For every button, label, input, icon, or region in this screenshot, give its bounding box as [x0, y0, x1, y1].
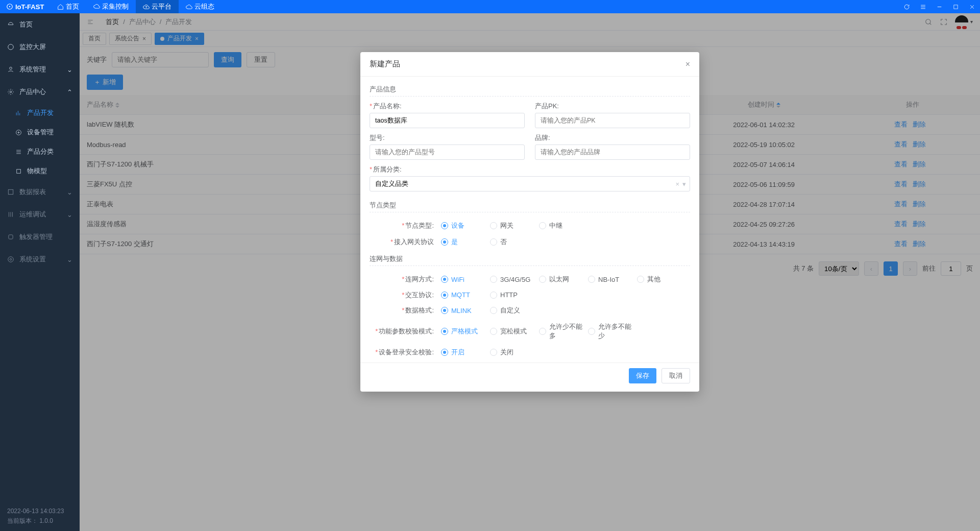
input-product-pk[interactable] — [535, 113, 690, 128]
sidebar-item-settings[interactable]: 系统设置 ⌄ — [0, 248, 80, 271]
chevron-down-icon: ⌄ — [67, 256, 72, 263]
sidebar-item-trigger[interactable]: 触发器管理 — [0, 226, 80, 248]
radio-option[interactable]: 设备 — [441, 220, 490, 232]
radio-dot-icon — [441, 276, 448, 283]
sidebar-item-device-mgmt[interactable]: 设备管理 — [0, 123, 80, 142]
trigger-icon — [7, 233, 14, 240]
radio-dot-icon — [539, 328, 546, 335]
sidebar-item-report[interactable]: 数据报表 ⌄ — [0, 181, 80, 203]
minimize-icon[interactable] — [931, 0, 947, 13]
sidebar-item-ops[interactable]: 运维调试 ⌄ — [0, 203, 80, 226]
cancel-button[interactable]: 取消 — [662, 368, 690, 383]
list-icon — [15, 149, 22, 155]
radio-option-label: 其他 — [647, 275, 660, 284]
sidebar-item-label: 产品开发 — [27, 109, 54, 117]
sidebar-item-label: 数据报表 — [19, 187, 46, 197]
radio-row-param_mode: *功能参数校验模式:严格模式宽松模式允许少不能多允许多不能少 — [370, 319, 690, 344]
radio-option[interactable]: MQTT — [441, 289, 490, 300]
radio-label: 连网方式: — [405, 275, 434, 283]
sidebar-item-product-dev[interactable]: 产品开发 — [0, 103, 80, 123]
sidebar-item-home[interactable]: 首页 — [0, 13, 80, 36]
radio-dot-icon — [490, 222, 497, 229]
menu-collect[interactable]: 采集控制 — [86, 0, 136, 13]
radio-option-label: 允许少不能多 — [549, 322, 588, 341]
input-brand[interactable] — [535, 144, 690, 160]
logo-icon — [6, 3, 13, 10]
maximize-icon[interactable] — [947, 0, 964, 13]
radio-option[interactable]: 3G/4G/5G — [490, 273, 539, 285]
radio-dot-icon — [490, 292, 497, 299]
radio-option[interactable]: 是 — [441, 236, 490, 248]
sidebar-item-label: 物模型 — [27, 167, 47, 176]
sidebar-item-product-cat[interactable]: 产品分类 — [0, 142, 80, 161]
cloud-up-icon — [143, 4, 150, 10]
radio-option[interactable]: 关闭 — [490, 346, 539, 358]
save-button[interactable]: 保存 — [629, 368, 656, 383]
clear-icon[interactable]: × — [675, 180, 679, 188]
menu-cloud[interactable]: 云平台 — [136, 0, 179, 13]
label-category: 所属分类: — [373, 165, 402, 173]
radio-option[interactable]: 严格模式 — [441, 321, 490, 342]
radio-option[interactable]: 允许少不能多 — [539, 321, 588, 342]
new-product-modal: 新建产品 × 产品信息 *产品名称: 产品PK: 型 — [360, 52, 699, 392]
radio-dot-icon — [637, 276, 644, 283]
label-product-name: 产品名称: — [373, 102, 402, 110]
menu-icon[interactable] — [915, 0, 931, 13]
menu-scada-label: 云组态 — [194, 2, 214, 11]
radio-option[interactable]: 以太网 — [539, 273, 588, 285]
sidebar-item-sysmgmt[interactable]: 系统管理 ⌄ — [0, 58, 80, 81]
svg-point-3 — [8, 44, 14, 50]
radio-option[interactable]: 其他 — [637, 273, 686, 285]
radio-label: 数据格式: — [405, 306, 434, 314]
menu-scada[interactable]: 云组态 — [179, 0, 222, 13]
chevron-down-icon[interactable]: ▾ — [682, 180, 686, 188]
footer-version: 当前版本： 1.0.0 — [7, 516, 72, 526]
radio-option[interactable]: 网关 — [490, 220, 539, 232]
menu-cloud-label: 云平台 — [152, 2, 172, 11]
radio-option[interactable]: 允许多不能少 — [588, 321, 637, 342]
svg-point-1 — [9, 6, 10, 7]
app-name: IoT-FAST — [15, 3, 44, 11]
svg-rect-9 — [9, 235, 13, 239]
radio-row-login_sec: *设备登录安全校验:开启关闭 — [370, 344, 690, 360]
radio-option-label: HTTP — [500, 291, 518, 299]
radio-option-label: 设备 — [451, 221, 464, 230]
radio-option[interactable]: NB-IoT — [588, 273, 637, 285]
close-icon[interactable] — [964, 0, 980, 13]
sidebar-item-label: 首页 — [19, 20, 33, 29]
refresh-icon[interactable] — [898, 0, 915, 13]
radio-option[interactable]: 开启 — [441, 346, 490, 358]
radio-option[interactable]: 否 — [490, 236, 539, 248]
radio-row-net_mode: *连网方式:WiFi3G/4G/5G以太网NB-IoT其他 — [370, 271, 690, 287]
radio-option[interactable]: 中继 — [539, 220, 588, 232]
home-icon — [57, 4, 64, 10]
section-network: 连网与数据 — [370, 250, 690, 266]
input-model[interactable] — [370, 144, 525, 160]
radio-option[interactable]: WiFi — [441, 273, 490, 285]
modal-title: 新建产品 — [370, 59, 400, 69]
input-product-name[interactable] — [370, 113, 525, 128]
radio-option-label: 宽松模式 — [500, 327, 527, 336]
radio-option[interactable]: 自定义 — [490, 304, 539, 317]
radio-option[interactable]: HTTP — [490, 289, 539, 300]
radio-label: 功能参数校验模式: — [379, 327, 434, 335]
chevron-up-icon: ⌃ — [67, 88, 72, 96]
radio-dot-icon — [441, 328, 448, 335]
sidebar-item-product[interactable]: 产品中心 ⌃ — [0, 81, 80, 103]
radio-option[interactable]: MLINK — [441, 304, 490, 317]
menu-home[interactable]: 首页 — [50, 0, 86, 13]
sidebar-item-monitor[interactable]: 监控大屏 — [0, 36, 80, 58]
svg-point-4 — [10, 67, 12, 69]
radio-row-node_type: *节点类型:设备网关中继 — [370, 218, 690, 234]
radio-option[interactable]: 宽松模式 — [490, 321, 539, 342]
sidebar-item-thing-model[interactable]: 物模型 — [0, 161, 80, 181]
select-category[interactable] — [370, 176, 690, 191]
label-model: 型号: — [370, 134, 385, 141]
sidebar-item-label: 触发器管理 — [19, 232, 53, 242]
cube-icon — [15, 168, 22, 175]
sidebar-item-label: 系统管理 — [19, 65, 46, 74]
chevron-down-icon: ⌄ — [67, 211, 72, 219]
chart-icon — [15, 110, 22, 116]
modal-close-icon[interactable]: × — [685, 60, 690, 69]
radio-row-data_fmt: *数据格式:MLINK自定义 — [370, 302, 690, 319]
